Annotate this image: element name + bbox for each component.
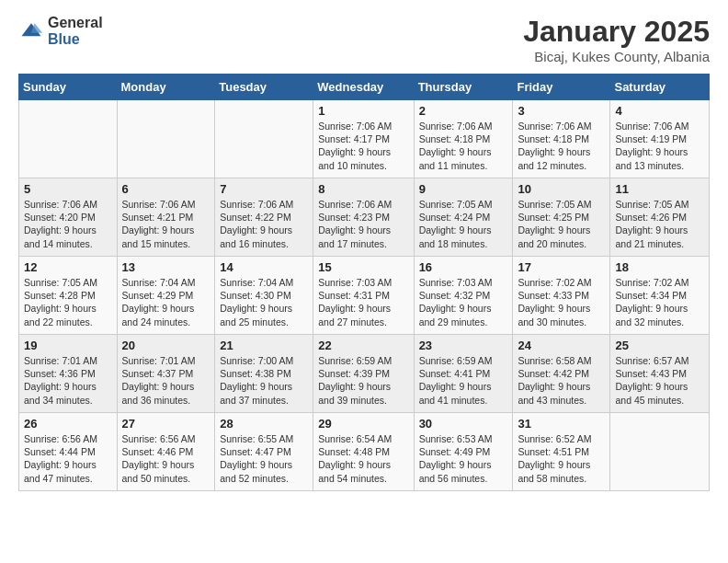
logo: General Blue (18, 15, 103, 47)
day-number: 31 (518, 417, 605, 431)
day-number: 4 (615, 104, 704, 118)
day-number: 18 (615, 260, 704, 274)
calendar-cell: 24Sunrise: 6:58 AM Sunset: 4:42 PM Dayli… (513, 335, 610, 413)
weekday-header-saturday: Saturday (610, 75, 710, 100)
day-number: 15 (318, 260, 408, 274)
day-info: Sunrise: 7:05 AM Sunset: 4:26 PM Dayligh… (615, 198, 704, 250)
day-info: Sunrise: 7:01 AM Sunset: 4:36 PM Dayligh… (24, 354, 112, 407)
calendar-cell (19, 100, 118, 178)
day-info: Sunrise: 6:59 AM Sunset: 4:39 PM Dayligh… (318, 354, 408, 407)
day-number: 17 (518, 260, 605, 274)
calendar-subtitle: Bicaj, Kukes County, Albania (523, 49, 710, 64)
day-number: 14 (220, 260, 308, 274)
day-number: 12 (24, 260, 112, 274)
calendar-week-4: 19Sunrise: 7:01 AM Sunset: 4:36 PM Dayli… (19, 335, 710, 413)
day-info: Sunrise: 7:01 AM Sunset: 4:37 PM Dayligh… (122, 354, 210, 407)
day-number: 23 (419, 339, 508, 352)
day-info: Sunrise: 6:56 AM Sunset: 4:46 PM Dayligh… (122, 432, 210, 485)
weekday-header-sunday: Sunday (19, 75, 118, 100)
day-info: Sunrise: 6:57 AM Sunset: 4:43 PM Dayligh… (615, 354, 704, 407)
day-number: 6 (122, 182, 210, 196)
day-number: 22 (318, 339, 408, 352)
calendar-week-1: 1Sunrise: 7:06 AM Sunset: 4:17 PM Daylig… (19, 100, 710, 178)
day-info: Sunrise: 7:06 AM Sunset: 4:23 PM Dayligh… (318, 198, 408, 250)
day-info: Sunrise: 7:04 AM Sunset: 4:29 PM Dayligh… (122, 276, 210, 328)
weekday-header-row: SundayMondayTuesdayWednesdayThursdayFrid… (19, 75, 710, 100)
calendar-cell: 15Sunrise: 7:03 AM Sunset: 4:31 PM Dayli… (313, 257, 414, 335)
calendar-cell: 3Sunrise: 7:06 AM Sunset: 4:18 PM Daylig… (513, 100, 610, 178)
calendar-cell: 21Sunrise: 7:00 AM Sunset: 4:38 PM Dayli… (215, 335, 313, 413)
day-info: Sunrise: 6:58 AM Sunset: 4:42 PM Dayligh… (518, 354, 605, 407)
day-number: 21 (220, 339, 308, 352)
calendar-cell: 18Sunrise: 7:02 AM Sunset: 4:34 PM Dayli… (610, 257, 710, 335)
day-info: Sunrise: 7:02 AM Sunset: 4:34 PM Dayligh… (615, 276, 704, 328)
calendar-cell: 11Sunrise: 7:05 AM Sunset: 4:26 PM Dayli… (610, 178, 710, 257)
weekday-header-tuesday: Tuesday (215, 75, 313, 100)
calendar-cell: 8Sunrise: 7:06 AM Sunset: 4:23 PM Daylig… (313, 178, 414, 257)
calendar-cell: 10Sunrise: 7:05 AM Sunset: 4:25 PM Dayli… (513, 178, 610, 257)
calendar-cell: 12Sunrise: 7:05 AM Sunset: 4:28 PM Dayli… (19, 257, 118, 335)
day-number: 13 (122, 260, 210, 274)
calendar-cell: 14Sunrise: 7:04 AM Sunset: 4:30 PM Dayli… (215, 257, 313, 335)
calendar-cell: 26Sunrise: 6:56 AM Sunset: 4:44 PM Dayli… (19, 413, 118, 491)
calendar-cell: 7Sunrise: 7:06 AM Sunset: 4:22 PM Daylig… (215, 178, 313, 257)
logo-general: General (48, 15, 103, 31)
calendar-cell: 25Sunrise: 6:57 AM Sunset: 4:43 PM Dayli… (610, 335, 710, 413)
day-info: Sunrise: 7:06 AM Sunset: 4:20 PM Dayligh… (24, 198, 112, 250)
calendar-cell: 16Sunrise: 7:03 AM Sunset: 4:32 PM Dayli… (414, 257, 513, 335)
day-info: Sunrise: 6:52 AM Sunset: 4:51 PM Dayligh… (518, 432, 605, 485)
day-info: Sunrise: 6:53 AM Sunset: 4:49 PM Dayligh… (419, 432, 508, 485)
calendar-table: SundayMondayTuesdayWednesdayThursdayFrid… (18, 74, 710, 491)
day-info: Sunrise: 7:04 AM Sunset: 4:30 PM Dayligh… (220, 276, 308, 328)
day-info: Sunrise: 6:56 AM Sunset: 4:44 PM Dayligh… (24, 432, 112, 485)
day-number: 26 (24, 417, 112, 431)
day-info: Sunrise: 7:03 AM Sunset: 4:31 PM Dayligh… (318, 276, 408, 328)
day-info: Sunrise: 6:59 AM Sunset: 4:41 PM Dayligh… (419, 354, 508, 407)
calendar-cell: 20Sunrise: 7:01 AM Sunset: 4:37 PM Dayli… (117, 335, 215, 413)
calendar-cell: 27Sunrise: 6:56 AM Sunset: 4:46 PM Dayli… (117, 413, 215, 491)
calendar-cell: 23Sunrise: 6:59 AM Sunset: 4:41 PM Dayli… (414, 335, 513, 413)
day-info: Sunrise: 7:05 AM Sunset: 4:25 PM Dayligh… (518, 198, 605, 250)
day-number: 25 (615, 339, 704, 352)
calendar-cell: 6Sunrise: 7:06 AM Sunset: 4:21 PM Daylig… (117, 178, 215, 257)
header: General Blue January 2025 Bicaj, Kukes C… (18, 15, 710, 64)
day-info: Sunrise: 7:06 AM Sunset: 4:19 PM Dayligh… (615, 120, 704, 172)
calendar-cell: 30Sunrise: 6:53 AM Sunset: 4:49 PM Dayli… (414, 413, 513, 491)
calendar-week-3: 12Sunrise: 7:05 AM Sunset: 4:28 PM Dayli… (19, 257, 710, 335)
day-info: Sunrise: 7:02 AM Sunset: 4:33 PM Dayligh… (518, 276, 605, 328)
logo-icon (18, 18, 44, 44)
day-info: Sunrise: 7:00 AM Sunset: 4:38 PM Dayligh… (220, 354, 308, 407)
calendar-cell: 28Sunrise: 6:55 AM Sunset: 4:47 PM Dayli… (215, 413, 313, 491)
day-info: Sunrise: 7:03 AM Sunset: 4:32 PM Dayligh… (419, 276, 508, 328)
calendar-cell: 29Sunrise: 6:54 AM Sunset: 4:48 PM Dayli… (313, 413, 414, 491)
title-section: January 2025 Bicaj, Kukes County, Albani… (523, 15, 710, 64)
day-number: 16 (419, 260, 508, 274)
day-number: 27 (122, 417, 210, 431)
day-info: Sunrise: 7:06 AM Sunset: 4:21 PM Dayligh… (122, 198, 210, 250)
day-number: 2 (419, 104, 508, 118)
calendar-title: January 2025 (523, 15, 710, 49)
day-number: 28 (220, 417, 308, 431)
weekday-header-friday: Friday (513, 75, 610, 100)
calendar-cell (610, 413, 710, 491)
weekday-header-wednesday: Wednesday (313, 75, 414, 100)
day-number: 29 (318, 417, 408, 431)
calendar-cell: 5Sunrise: 7:06 AM Sunset: 4:20 PM Daylig… (19, 178, 118, 257)
calendar-cell: 1Sunrise: 7:06 AM Sunset: 4:17 PM Daylig… (313, 100, 414, 178)
day-number: 20 (122, 339, 210, 352)
weekday-header-thursday: Thursday (414, 75, 513, 100)
day-info: Sunrise: 6:55 AM Sunset: 4:47 PM Dayligh… (220, 432, 308, 485)
calendar-cell: 17Sunrise: 7:02 AM Sunset: 4:33 PM Dayli… (513, 257, 610, 335)
day-number: 1 (318, 104, 408, 118)
calendar-week-2: 5Sunrise: 7:06 AM Sunset: 4:20 PM Daylig… (19, 178, 710, 257)
day-info: Sunrise: 7:06 AM Sunset: 4:18 PM Dayligh… (419, 120, 508, 172)
weekday-header-monday: Monday (117, 75, 215, 100)
calendar-cell (215, 100, 313, 178)
day-number: 10 (518, 182, 605, 196)
day-number: 30 (419, 417, 508, 431)
day-info: Sunrise: 7:05 AM Sunset: 4:28 PM Dayligh… (24, 276, 112, 328)
day-number: 7 (220, 182, 308, 196)
day-info: Sunrise: 7:06 AM Sunset: 4:18 PM Dayligh… (518, 120, 605, 172)
calendar-cell: 9Sunrise: 7:05 AM Sunset: 4:24 PM Daylig… (414, 178, 513, 257)
calendar-cell: 22Sunrise: 6:59 AM Sunset: 4:39 PM Dayli… (313, 335, 414, 413)
